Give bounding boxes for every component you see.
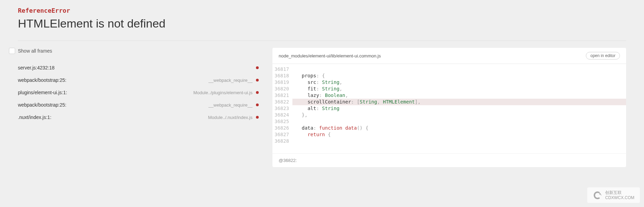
line-number: 36828 [275,138,289,144]
line-number: 36823 [275,105,289,112]
source-header: node_modules/element-ui/lib/element-ui.c… [272,48,626,64]
frame-function-name: __webpack_require__ [208,78,253,83]
source-file-path: node_modules/element-ui/lib/element-ui.c… [279,53,381,58]
show-all-frames-row: Show all frames [9,48,259,54]
code-line: lazy: Boolean, [292,92,626,99]
frame-location: webpack/bootstrap:25: [18,102,66,108]
code-line: src: String, [292,79,626,86]
line-number: 36821 [275,92,289,99]
code-line: fit: String, [292,86,626,92]
code-line: alt: String [292,105,626,112]
source-footer: @36822: [272,153,626,167]
frame-list: server.js:4232:18webpack/bootstrap:25:__… [18,64,259,121]
line-number: 36822 [275,99,289,105]
frame-function: Module../plugins/element-ui.js [193,90,259,95]
line-number: 36817 [275,66,289,73]
code-line: scrollContainer: [String, HTMLElement], [292,99,626,105]
show-all-frames-checkbox[interactable] [9,48,15,54]
code-line: props: { [292,73,626,79]
frame-indicator-dot-icon [256,116,259,119]
frame-function: Module../.nuxt/index.js [208,115,259,120]
frame-indicator-dot-icon [256,91,259,94]
error-type: ReferenceError [18,7,626,14]
show-all-frames-label: Show all frames [18,48,52,54]
frame-location: webpack/bootstrap:25: [18,77,66,83]
open-in-editor-button[interactable]: open in editor [586,52,620,59]
frame-location: plugins/element-ui.js:1: [18,90,67,95]
line-numbers-gutter: 3681736818368193682036821368223682336824… [272,64,292,146]
line-number: 36826 [275,125,289,131]
stack-frame[interactable]: webpack/bootstrap:25:__webpack_require__ [18,77,259,84]
code-line: }, [292,112,626,118]
line-number: 36818 [275,73,289,79]
stack-frame[interactable]: .nuxt/index.js:1:Module../.nuxt/index.js [18,114,259,121]
code-line [292,118,626,125]
content-area: Show all frames server.js:4232:18webpack… [18,48,626,167]
code-line [292,66,626,73]
divider [18,41,626,41]
line-number: 36824 [275,112,289,118]
line-number: 36825 [275,118,289,125]
frame-function [256,66,259,69]
code-line: data: function data() { [292,125,626,131]
stack-frame[interactable]: plugins/element-ui.js:1:Module../plugins… [18,89,259,96]
frame-function-name: __webpack_require__ [208,102,253,108]
frame-location: .nuxt/index.js:1: [18,115,51,120]
stack-frame[interactable]: server.js:4232:18 [18,64,259,71]
frame-function-name: Module../.nuxt/index.js [208,115,253,120]
stack-frames-panel: Show all frames server.js:4232:18webpack… [18,48,259,167]
frame-indicator-dot-icon [256,79,259,81]
frame-indicator-dot-icon [256,66,259,69]
code-area: 3681736818368193682036821368223682336824… [272,64,626,146]
line-number: 36820 [275,86,289,92]
code-line [292,138,626,144]
error-message: HTMLElement is not defined [18,17,626,30]
code-lines: props: { src: String, fit: String, lazy:… [292,64,626,146]
frame-function-name: Module../plugins/element-ui.js [193,90,253,95]
frame-function: __webpack_require__ [208,78,259,83]
frame-indicator-dot-icon [256,104,259,106]
code-line: return { [292,131,626,138]
frame-location: server.js:4232:18 [18,65,55,70]
stack-frame[interactable]: webpack/bootstrap:25:__webpack_require__ [18,101,259,108]
source-panel: node_modules/element-ui/lib/element-ui.c… [272,48,626,167]
frame-function: __webpack_require__ [208,102,259,108]
line-number: 36819 [275,79,289,86]
line-number: 36827 [275,131,289,138]
